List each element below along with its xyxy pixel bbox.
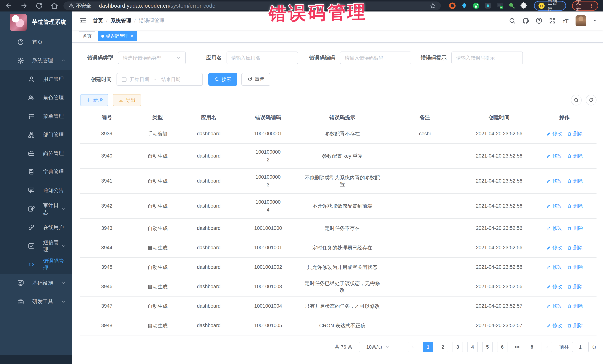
sidebar-logo[interactable]: 芋道管理系统 — [0, 11, 72, 33]
page-ellipsis[interactable]: ••• — [512, 342, 522, 352]
sidebar-item-error-code[interactable]: 错误码管理 — [0, 255, 72, 274]
sidebar-item-online-user[interactable]: 在线用户 — [0, 218, 72, 237]
page-button-1[interactable]: 1 — [423, 342, 433, 352]
sidebar-item-menu[interactable]: 菜单管理 — [0, 107, 72, 125]
browser-extension-icon[interactable] — [484, 2, 492, 10]
address-bar[interactable]: 不安全 dashboard.yudao.iocoder.cn/system/er… — [63, 1, 441, 10]
browser-menu-icon[interactable]: ⋮ — [589, 3, 594, 9]
sidebar-item-dict[interactable]: 字典管理 — [0, 163, 72, 181]
add-button[interactable]: 新增 — [80, 94, 108, 106]
delete-link[interactable]: 删除 — [567, 244, 583, 251]
app-name-input[interactable] — [231, 55, 293, 61]
header-search-icon[interactable] — [509, 17, 516, 24]
delete-link[interactable]: 删除 — [567, 225, 583, 232]
pagination: 共 76 条 10条/页 123456•••8 前往 页 — [80, 342, 596, 352]
browser-reload-icon[interactable] — [35, 2, 43, 10]
edit-link[interactable]: 修改 — [546, 264, 562, 270]
edit-link[interactable]: 修改 — [546, 178, 562, 184]
delete-link[interactable]: 删除 — [567, 322, 583, 329]
delete-link[interactable]: 删除 — [567, 303, 583, 309]
sidebar-item-sms[interactable]: 短信管理 — [0, 237, 72, 255]
goto-page-input[interactable] — [572, 342, 589, 352]
browser-forward-icon[interactable] — [20, 2, 28, 10]
github-icon[interactable] — [522, 17, 529, 24]
sidebar-item-system[interactable]: 系统管理 — [0, 51, 72, 70]
user-icon — [28, 76, 35, 83]
sidebar-collapse-bar[interactable] — [0, 355, 72, 364]
browser-extension-icon[interactable] — [508, 2, 515, 10]
filter-app-label: 应用名 — [206, 54, 222, 61]
bookmark-star-icon[interactable] — [430, 3, 436, 9]
sidebar-item-post[interactable]: 岗位管理 — [0, 144, 72, 163]
error-hint-input[interactable] — [456, 55, 518, 61]
delete-link[interactable]: 删除 — [567, 131, 583, 137]
sidebar-item-role[interactable]: 角色管理 — [0, 88, 72, 107]
pencil-icon — [546, 245, 551, 250]
sidebar-item-label: 角色管理 — [43, 94, 64, 101]
export-button[interactable]: 导出 — [113, 94, 141, 106]
sidebar-item-user[interactable]: 用户管理 — [0, 70, 72, 88]
toggle-search-button[interactable] — [571, 95, 582, 105]
browser-update-chip[interactable]: 更新 ⋮ — [572, 1, 598, 11]
edit-link[interactable]: 修改 — [546, 153, 562, 159]
browser-extension-icon[interactable] — [449, 2, 456, 10]
error-code-input[interactable] — [345, 55, 406, 61]
date-range-picker[interactable]: 开始日期 - 结束日期 — [116, 73, 203, 86]
page-button-3[interactable]: 3 — [452, 342, 463, 352]
sidebar-item-audit-log[interactable]: 审计日志 — [0, 200, 72, 218]
edit-link[interactable]: 修改 — [546, 303, 562, 309]
chevron-down-icon — [61, 299, 66, 304]
browser-extension-icon[interactable]: on — [496, 2, 504, 10]
error-type-select[interactable]: 请选择错误码类型 — [118, 52, 186, 64]
prev-page-button[interactable] — [408, 342, 418, 352]
hamburger-icon[interactable] — [79, 17, 87, 25]
page-button-5[interactable]: 5 — [482, 342, 493, 352]
edit-link[interactable]: 修改 — [546, 203, 562, 209]
tab-home[interactable]: 首页 — [79, 31, 95, 41]
edit-link[interactable]: 修改 — [546, 131, 562, 137]
sidebar-item-infra[interactable]: 基础设施 — [0, 274, 72, 292]
extensions-puzzle-icon[interactable] — [520, 2, 527, 10]
delete-link[interactable]: 删除 — [567, 283, 583, 290]
browser-extension-icon[interactable] — [472, 2, 480, 10]
trash-icon — [567, 323, 572, 328]
page-button-4[interactable]: 4 — [467, 342, 478, 352]
browser-back-icon[interactable] — [5, 2, 13, 10]
browser-extension-icon[interactable] — [461, 2, 468, 10]
reset-button[interactable]: 重置 — [241, 73, 270, 86]
edit-link[interactable]: 修改 — [546, 322, 562, 329]
avatar-caret-icon[interactable] — [593, 19, 597, 23]
help-icon[interactable] — [535, 17, 543, 24]
delete-link[interactable]: 删除 — [567, 178, 583, 184]
search-button[interactable]: 搜索 — [208, 73, 237, 86]
delete-link[interactable]: 删除 — [567, 153, 583, 159]
next-page-button[interactable] — [542, 342, 552, 352]
page-button-6[interactable]: 6 — [497, 342, 508, 352]
browser-profile-chip[interactable]: 已暂停 — [534, 1, 566, 11]
breadcrumb-home[interactable]: 首页 — [93, 17, 103, 24]
error-hint-field[interactable] — [452, 52, 523, 64]
page-button-2[interactable]: 2 — [438, 342, 448, 352]
sidebar-item-notice[interactable]: 通知公告 — [0, 181, 72, 200]
browser-home-icon[interactable] — [50, 2, 58, 10]
user-avatar[interactable] — [576, 15, 586, 26]
breadcrumb-system[interactable]: 系统管理 — [111, 17, 131, 24]
page-button-8[interactable]: 8 — [527, 342, 537, 352]
tab-close-icon[interactable]: × — [131, 34, 133, 38]
tab-error-code[interactable]: 错误码管理 × — [98, 31, 137, 41]
delete-link[interactable]: 删除 — [567, 264, 583, 270]
edit-link[interactable]: 修改 — [546, 283, 562, 290]
sidebar-item-dev-tools[interactable]: 研发工具 — [0, 292, 72, 311]
edit-link[interactable]: 修改 — [546, 225, 562, 232]
page-size-select[interactable]: 10条/页 — [359, 342, 397, 352]
sidebar-item-dept[interactable]: 部门管理 — [0, 125, 72, 144]
error-code-field[interactable] — [340, 52, 411, 64]
font-size-icon[interactable]: TT — [562, 17, 569, 24]
cell-id: 3943 — [80, 219, 133, 238]
delete-link[interactable]: 删除 — [567, 203, 583, 209]
app-name-field[interactable] — [227, 52, 298, 64]
refresh-table-button[interactable] — [586, 95, 596, 105]
sidebar-item-home[interactable]: 首页 — [0, 33, 72, 51]
edit-link[interactable]: 修改 — [546, 244, 562, 251]
fullscreen-icon[interactable] — [549, 17, 556, 24]
